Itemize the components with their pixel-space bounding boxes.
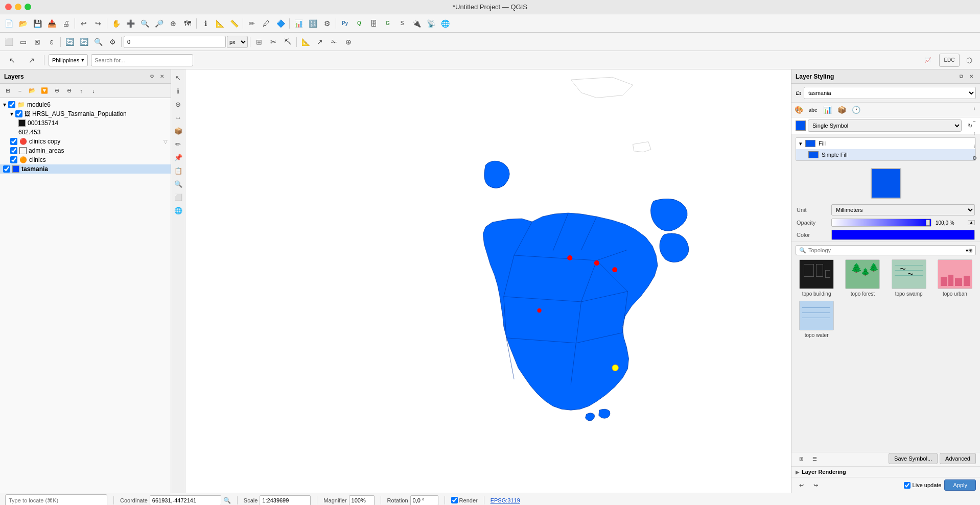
zoom-out-btn[interactable]: 🔎 <box>152 17 166 30</box>
map-tool-move[interactable]: ↔ <box>172 111 184 124</box>
map-tool-zoom[interactable]: 🔍 <box>172 178 184 190</box>
deselect-btn[interactable]: ⊠ <box>31 35 44 49</box>
style-tab-paint[interactable]: 🎨 <box>791 103 806 117</box>
process-btn[interactable]: ⚙ <box>320 17 334 30</box>
select-arrow-btn[interactable]: ↖ <box>4 54 20 67</box>
fill-row[interactable]: ▾ Fill <box>796 138 975 149</box>
checkbox-hrsl[interactable] <box>15 110 22 117</box>
select-arrow2-btn[interactable]: ↗ <box>24 54 40 67</box>
zoom2-btn[interactable]: 🔍 <box>91 35 105 49</box>
digitize-btn[interactable]: ✏ <box>245 17 259 30</box>
apply-btn[interactable]: Apply <box>944 479 976 491</box>
map-tool-snap[interactable]: 📌 <box>172 151 184 163</box>
add-group-btn[interactable]: ⊞ <box>2 85 13 97</box>
epsg-label[interactable]: EPSG:3119 <box>491 497 520 503</box>
collapse-all-btn[interactable]: ⊖ <box>63 85 75 97</box>
open-layer-btn[interactable]: 📂 <box>27 85 38 97</box>
edc-btn[interactable]: EDC <box>939 54 960 67</box>
qgis-btn[interactable]: Q <box>353 17 366 30</box>
layer-item-admin-areas[interactable]: admin_areas <box>0 146 171 155</box>
print-btn[interactable]: 🖨 <box>59 17 73 30</box>
hex-btn[interactable]: ⬡ <box>963 54 976 67</box>
layers-options-btn[interactable]: ⚙ <box>147 72 156 81</box>
map-tool-add[interactable]: ⊕ <box>172 98 184 110</box>
color-picker-bar[interactable] <box>831 230 975 240</box>
topol-btn[interactable]: ✂ <box>267 35 280 49</box>
live-update-checkbox[interactable] <box>904 482 911 489</box>
split-btn[interactable]: ✁ <box>328 35 341 49</box>
new-project-btn[interactable]: 📄 <box>2 17 15 30</box>
map-tool-pointer[interactable]: ↖ <box>172 71 184 84</box>
advanced-digitize-btn[interactable]: 📐 <box>299 35 312 49</box>
move-down-btn[interactable]: ↓ <box>88 85 99 97</box>
topo-item-urban[interactable]: topo urban <box>934 259 976 297</box>
zoom-full-btn[interactable]: ⊕ <box>167 17 180 30</box>
reshape-btn[interactable]: ↗ <box>313 35 326 49</box>
topo-item-forest[interactable]: 🌲 🌲 🌲 topo forest <box>842 259 883 297</box>
styling-redo-btn[interactable]: ↪ <box>810 479 821 491</box>
rotation-input[interactable] <box>410 495 438 506</box>
checkbox-tasmania[interactable] <box>3 165 10 173</box>
checkbox-clinics[interactable] <box>10 156 17 163</box>
layer-item-clinics-copy[interactable]: 🔴 clinics copy ▽ <box>0 137 171 146</box>
layer-item-module6[interactable]: ▾ 📁 module6 <box>0 100 171 109</box>
add-layer-btn[interactable]: ➕ <box>124 17 137 30</box>
topology-search-input[interactable] <box>806 247 966 254</box>
layer-select-dropdown[interactable]: tasmania <box>804 87 976 99</box>
open-project-btn[interactable]: 📂 <box>16 17 30 30</box>
select-feature-btn[interactable]: ⬜ <box>2 35 15 49</box>
save-symbol-btn[interactable]: Save Symbol... <box>889 453 938 464</box>
layer-item-hrsl[interactable]: ▾ 🖼 HRSL_AUS_Tasmania_Population <box>0 109 171 118</box>
simple-fill-row[interactable]: Simple Fill <box>796 149 975 160</box>
minimize-window-btn[interactable] <box>15 4 21 10</box>
view-list-btn[interactable]: ☰ <box>809 453 820 464</box>
style-tab-history[interactable]: 🕐 <box>849 103 863 117</box>
side-icon-4[interactable]: ↓ <box>969 140 980 151</box>
map-tool-edit[interactable]: ✏ <box>172 138 184 150</box>
side-icon-1[interactable]: + <box>969 103 980 114</box>
unit-select[interactable]: px mm <box>227 36 248 48</box>
pan-btn[interactable]: ✋ <box>109 17 123 30</box>
locate-input[interactable] <box>5 494 107 506</box>
scale-input[interactable] <box>260 495 311 506</box>
checkbox-admin-areas[interactable] <box>10 147 17 154</box>
pan2-btn[interactable]: 🔄 <box>77 35 90 49</box>
side-icon-5[interactable]: ⚙ <box>969 152 980 163</box>
styling-detach-btn[interactable]: ⧉ <box>956 72 966 81</box>
coordinate-input[interactable] <box>150 495 221 506</box>
measure-btn[interactable]: 📐 <box>213 17 226 30</box>
topo-item-swamp[interactable]: 〜 〜 topo swamp <box>888 259 930 297</box>
checkbox-module6[interactable] <box>8 101 15 108</box>
style-tab-3d[interactable]: 📦 <box>834 103 849 117</box>
digitize2-btn[interactable]: ⛏ <box>281 35 294 49</box>
styling-close-btn[interactable]: ✕ <box>967 72 976 81</box>
move-up-btn[interactable]: ↑ <box>76 85 87 97</box>
opacity-spin-up[interactable]: ▲ <box>968 220 975 225</box>
identify-btn[interactable]: ℹ <box>199 17 212 30</box>
unit-dropdown[interactable]: Millimeters Pixels Points <box>831 204 975 215</box>
layer-item-tasmania[interactable]: tasmania <box>0 164 171 174</box>
maximize-window-btn[interactable] <box>25 4 31 10</box>
redo-btn[interactable]: ↪ <box>91 17 105 30</box>
db-btn[interactable]: 🗄 <box>367 17 380 30</box>
search-input[interactable] <box>91 54 193 66</box>
snap-btn[interactable]: ⚙ <box>106 35 119 49</box>
map-tool-layer[interactable]: 📋 <box>172 164 184 177</box>
snap-on-btn[interactable]: ⊞ <box>252 35 266 49</box>
grass-btn[interactable]: G <box>381 17 394 30</box>
filter-layer-btn[interactable]: 🔽 <box>39 85 50 97</box>
location-select[interactable]: Philippines ▾ <box>49 54 88 66</box>
python-btn[interactable]: Py <box>338 17 352 30</box>
save-project-btn[interactable]: 💾 <box>31 17 44 30</box>
styling-undo-btn[interactable]: ↩ <box>796 479 807 491</box>
map-tool-info[interactable]: ℹ <box>172 85 184 97</box>
edit-btn[interactable]: 🖊 <box>260 17 273 30</box>
map-tool-select[interactable]: ⬜ <box>172 191 184 203</box>
select-btn[interactable]: 📏 <box>227 17 241 30</box>
style-tab-abc[interactable]: abc <box>806 103 820 117</box>
side-icon-2[interactable]: − <box>969 115 980 127</box>
layer-rendering-row[interactable]: ▶ Layer Rendering <box>791 466 980 477</box>
merge-btn[interactable]: ⊕ <box>342 35 355 49</box>
close-window-btn[interactable] <box>5 4 12 10</box>
layer-btn[interactable]: 📊 <box>292 17 305 30</box>
